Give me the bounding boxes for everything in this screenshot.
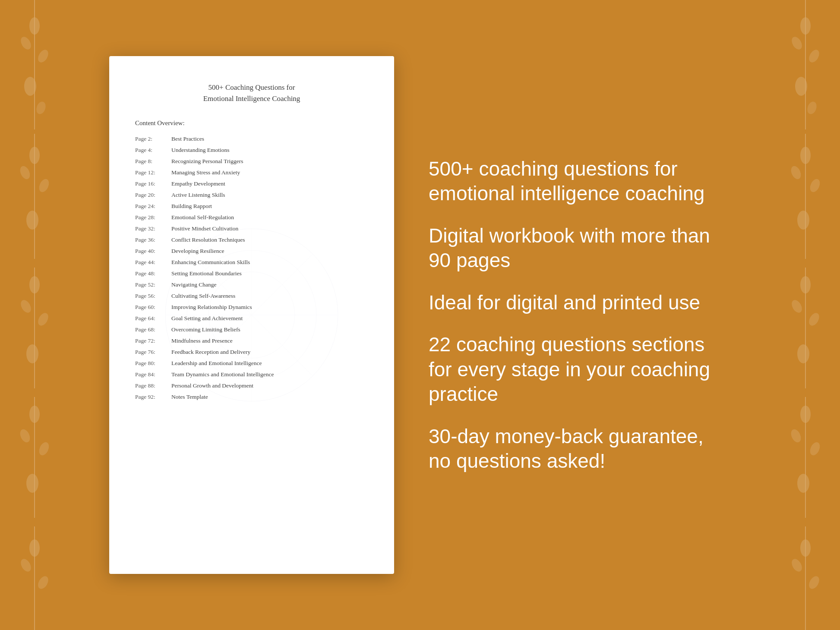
toc-item-title: Recognizing Personal Triggers <box>171 158 243 165</box>
toc-item-title: Cultivating Self-Awareness <box>171 293 235 299</box>
toc-item-title: Personal Growth and Development <box>171 382 253 389</box>
toc-page-number: Page 16: <box>135 180 170 187</box>
toc-item: Page 32:Positive Mindset Cultivation <box>135 225 368 232</box>
toc-page-number: Page 68: <box>135 326 170 333</box>
toc-item: Page 40:Developing Resilience <box>135 248 368 255</box>
toc-item-title: Conflict Resolution Techniques <box>171 236 245 243</box>
marketing-block: 22 coaching questions sections for every… <box>429 332 722 407</box>
toc-item: Page 92:Notes Template <box>135 394 368 400</box>
toc-item: Page 12:Managing Stress and Anxiety <box>135 169 368 176</box>
toc-page-number: Page 92: <box>135 394 170 400</box>
toc-item: Page 36:Conflict Resolution Techniques <box>135 236 368 243</box>
toc-page-number: Page 48: <box>135 270 170 277</box>
toc-item: Page 88:Personal Growth and Development <box>135 382 368 389</box>
toc-item-title: Team Dynamics and Emotional Intelligence <box>171 371 274 378</box>
toc-item-title: Leadership and Emotional Intelligence <box>171 360 262 367</box>
toc-page-number: Page 20: <box>135 192 170 198</box>
toc-page-number: Page 44: <box>135 259 170 266</box>
marketing-block: Digital workbook with more than 90 pages <box>429 224 722 273</box>
marketing-text: 500+ coaching questions for emotional in… <box>429 157 722 474</box>
toc-item: Page 76:Feedback Reception and Delivery <box>135 349 368 356</box>
toc-item: Page 20:Active Listening Skills <box>135 192 368 198</box>
toc-item: Page 24:Building Rapport <box>135 203 368 210</box>
toc-page-number: Page 52: <box>135 281 170 288</box>
toc-item-title: Active Listening Skills <box>171 192 225 198</box>
toc-page-number: Page 2: <box>135 135 170 142</box>
toc-item-title: Navigating Change <box>171 281 217 288</box>
marketing-block: 30-day money-back guarantee, no question… <box>429 424 722 474</box>
toc-item: Page 64:Goal Setting and Achievement <box>135 315 368 322</box>
marketing-block: Ideal for digital and printed use <box>429 290 722 315</box>
toc-item-title: Mindfulness and Presence <box>171 337 233 344</box>
toc-page-number: Page 32: <box>135 225 170 232</box>
toc-page-number: Page 80: <box>135 360 170 367</box>
toc-item: Page 84:Team Dynamics and Emotional Inte… <box>135 371 368 378</box>
content-overview-label: Content Overview: <box>135 120 368 127</box>
content-wrapper: 500+ Coaching Questions for Emotional In… <box>0 0 840 630</box>
toc-item-title: Emotional Self-Regulation <box>171 214 234 221</box>
toc-page-number: Page 36: <box>135 236 170 243</box>
toc-item-title: Managing Stress and Anxiety <box>171 169 240 176</box>
toc-item: Page 44:Enhancing Communication Skills <box>135 259 368 266</box>
toc-item-title: Empathy Development <box>171 180 225 187</box>
toc-item: Page 56:Cultivating Self-Awareness <box>135 293 368 299</box>
toc-item-title: Setting Emotional Boundaries <box>171 270 242 277</box>
toc-item-title: Understanding Emotions <box>171 147 230 154</box>
toc-page-number: Page 40: <box>135 248 170 255</box>
toc-item: Page 8:Recognizing Personal Triggers <box>135 158 368 165</box>
toc-item: Page 68:Overcoming Limiting Beliefs <box>135 326 368 333</box>
toc-item-title: Building Rapport <box>171 203 212 210</box>
toc-page-number: Page 8: <box>135 158 170 165</box>
toc-item-title: Feedback Reception and Delivery <box>171 349 250 356</box>
toc-page-number: Page 12: <box>135 169 170 176</box>
toc-item-title: Positive Mindset Cultivation <box>171 225 238 232</box>
toc-item-title: Enhancing Communication Skills <box>171 259 250 266</box>
toc-page-number: Page 28: <box>135 214 170 221</box>
toc-item-title: Developing Resilience <box>171 248 224 255</box>
toc-page-number: Page 88: <box>135 382 170 389</box>
toc-page-number: Page 56: <box>135 293 170 299</box>
toc-item: Page 28:Emotional Self-Regulation <box>135 214 368 221</box>
toc-item: Page 52:Navigating Change <box>135 281 368 288</box>
toc-item: Page 2:Best Practices <box>135 135 368 142</box>
toc-page-number: Page 60: <box>135 304 170 311</box>
toc-item: Page 4:Understanding Emotions <box>135 147 368 154</box>
toc-item-title: Goal Setting and Achievement <box>171 315 243 322</box>
toc-item: Page 16:Empathy Development <box>135 180 368 187</box>
document: 500+ Coaching Questions for Emotional In… <box>109 56 394 574</box>
toc-item-title: Overcoming Limiting Beliefs <box>171 326 240 333</box>
document-title: 500+ Coaching Questions for Emotional In… <box>135 82 368 104</box>
toc-page-number: Page 64: <box>135 315 170 322</box>
toc-page-number: Page 76: <box>135 349 170 356</box>
marketing-block: 500+ coaching questions for emotional in… <box>429 157 722 206</box>
toc-item: Page 60:Improving Relationship Dynamics <box>135 304 368 311</box>
table-of-contents: Page 2:Best PracticesPage 4:Understandin… <box>135 135 368 400</box>
toc-page-number: Page 72: <box>135 337 170 344</box>
toc-item: Page 72:Mindfulness and Presence <box>135 337 368 344</box>
toc-page-number: Page 24: <box>135 203 170 210</box>
toc-item: Page 80:Leadership and Emotional Intelli… <box>135 360 368 367</box>
toc-item-title: Best Practices <box>171 135 204 142</box>
toc-item-title: Improving Relationship Dynamics <box>171 304 252 311</box>
toc-item-title: Notes Template <box>171 394 208 400</box>
toc-page-number: Page 84: <box>135 371 170 378</box>
toc-page-number: Page 4: <box>135 147 170 154</box>
toc-item: Page 48:Setting Emotional Boundaries <box>135 270 368 277</box>
